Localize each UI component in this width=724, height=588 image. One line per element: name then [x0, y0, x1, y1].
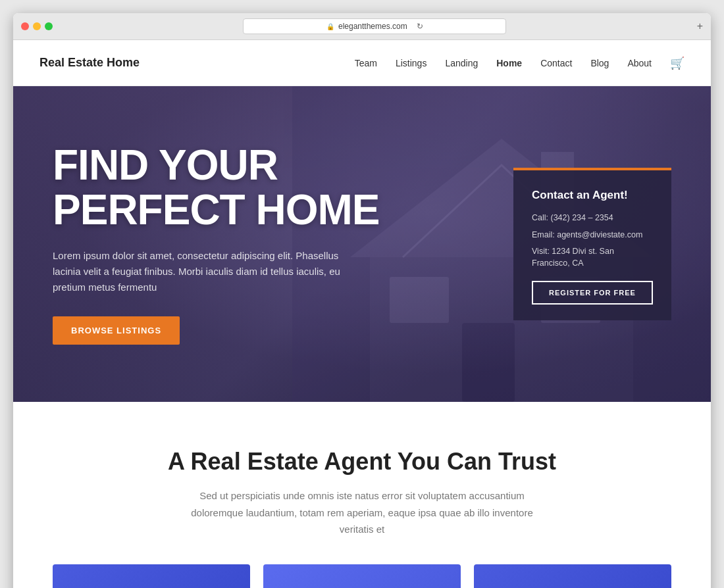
- contact-card: Contact an Agent! Call: (342) 234 – 2354…: [513, 168, 671, 320]
- contact-phone: Call: (342) 234 – 2354: [532, 212, 653, 224]
- reload-icon[interactable]: ↻: [417, 22, 423, 31]
- website-content: Real Estate Home Team Listings Landing H…: [13, 40, 711, 588]
- feature-card-2[interactable]: [263, 564, 461, 589]
- nav-links: Team Listings Landing Home Contact Blog …: [355, 56, 685, 70]
- hero-section: FIND YOUR PERFECT HOME Lorem ipsum dolor…: [13, 86, 711, 402]
- browse-listings-button[interactable]: BROWSE LISTINGS: [53, 316, 180, 345]
- close-button[interactable]: [21, 22, 29, 30]
- nav-home[interactable]: Home: [496, 58, 522, 68]
- trust-description: Sed ut perspiciatis unde omnis iste natu…: [178, 487, 546, 538]
- traffic-lights: [21, 22, 53, 30]
- lock-icon: 🔒: [326, 23, 334, 30]
- feature-cards: [39, 564, 685, 589]
- hero-description: Lorem ipsum dolor sit amet, consectetur …: [53, 248, 369, 295]
- site-logo[interactable]: Real Estate Home: [39, 56, 140, 70]
- maximize-button[interactable]: [45, 22, 53, 30]
- nav-blog[interactable]: Blog: [590, 58, 609, 68]
- contact-card-title: Contact an Agent!: [532, 189, 653, 202]
- navbar: Real Estate Home Team Listings Landing H…: [13, 40, 711, 86]
- browser-window: 🔒 elegantthemes.com ↻ + Real Estate Home…: [13, 13, 711, 588]
- feature-card-1[interactable]: [53, 564, 250, 589]
- feature-card-3[interactable]: [474, 564, 671, 589]
- contact-email: Email: agents@diviestate.com: [532, 230, 653, 241]
- minimize-button[interactable]: [33, 22, 41, 30]
- nav-team[interactable]: Team: [355, 58, 377, 68]
- nav-contact[interactable]: Contact: [540, 58, 572, 68]
- url-text: elegantthemes.com: [338, 22, 407, 31]
- cart-icon[interactable]: 🛒: [670, 56, 685, 70]
- browser-toolbar: 🔒 elegantthemes.com ↻ +: [13, 13, 711, 40]
- trust-section: A Real Estate Agent You Can Trust Sed ut…: [13, 402, 711, 588]
- address-bar[interactable]: 🔒 elegantthemes.com ↻: [243, 18, 506, 34]
- nav-about[interactable]: About: [627, 58, 652, 68]
- trust-title: A Real Estate Agent You Can Trust: [39, 448, 685, 476]
- register-button[interactable]: REGISTER FOR FREE: [532, 281, 653, 305]
- new-tab-button[interactable]: +: [697, 20, 703, 32]
- contact-visit: Visit: 1234 Divi st. San Francisco, CA: [532, 246, 653, 269]
- nav-listings[interactable]: Listings: [396, 58, 427, 68]
- nav-landing[interactable]: Landing: [445, 58, 478, 68]
